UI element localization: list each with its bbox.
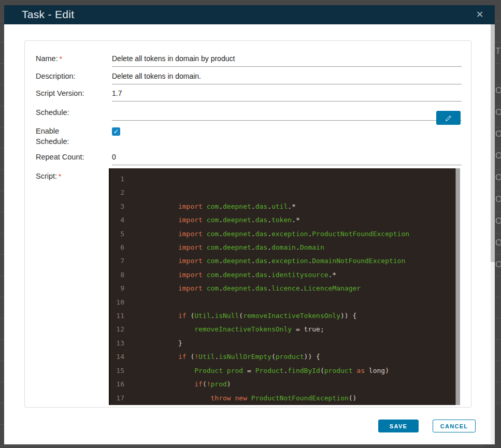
repeat-count-label: Repeat Count: <box>36 152 84 162</box>
line-numbers: 1 2 3 4 5 6 7 8 9 10 11 12 13 14 15 16 1… <box>110 168 124 405</box>
modal-header: Task - Edit ✕ <box>4 5 495 24</box>
modal-scrollbar-track[interactable] <box>491 24 495 444</box>
background-table-strip: TOOOOOOOOO <box>495 0 501 448</box>
code-content[interactable]: import com.deepnet.das.util.* import com… <box>124 168 460 405</box>
script-code-editor[interactable]: 1 2 3 4 5 6 7 8 9 10 11 12 13 14 15 16 1… <box>109 168 460 405</box>
repeat-count-input[interactable] <box>112 152 462 165</box>
screen: TOOOOOOOOO Task - Edit ✕ Name:* Descript… <box>0 0 501 448</box>
required-asterisk: * <box>59 172 61 180</box>
schedule-edit-button[interactable] <box>436 111 461 125</box>
name-input[interactable] <box>112 53 462 67</box>
schedule-label: Schedule: <box>36 107 69 118</box>
schedule-input[interactable] <box>112 107 462 121</box>
enable-schedule-label: Enable Schedule: <box>36 126 88 147</box>
enable-schedule-checkbox[interactable]: ✓ <box>112 127 120 136</box>
pencil-icon <box>445 114 453 122</box>
close-icon[interactable]: ✕ <box>473 8 486 21</box>
cancel-button[interactable]: CANCEL <box>433 420 476 432</box>
modal-title: Task - Edit <box>22 8 74 21</box>
script-version-label: Script Version: <box>36 88 84 98</box>
description-label: Description: <box>36 71 76 81</box>
description-input[interactable] <box>112 71 462 84</box>
script-label: Script:* <box>36 171 61 182</box>
required-asterisk: * <box>60 55 62 63</box>
script-version-input[interactable] <box>112 88 462 102</box>
modal-scrollbar-thumb[interactable] <box>491 24 495 262</box>
modal-body: Name:* Description: Script Version: Sche… <box>4 24 495 444</box>
task-form-card: Name:* Description: Script Version: Sche… <box>24 40 471 408</box>
save-button[interactable]: SAVE <box>378 420 419 432</box>
name-label: Name:* <box>36 53 62 64</box>
editor-scrollbar[interactable] <box>455 168 460 405</box>
